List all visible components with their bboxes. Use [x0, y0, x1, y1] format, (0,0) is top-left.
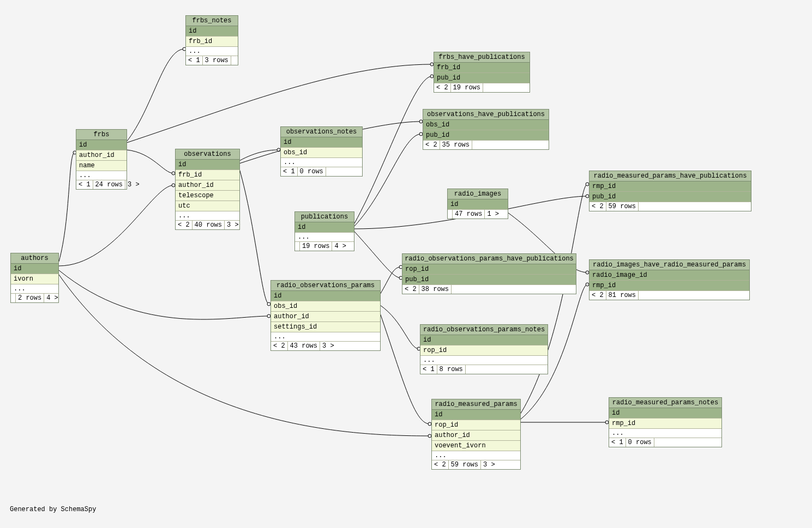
table-title: publications	[295, 212, 354, 222]
more-cols: ...	[432, 451, 520, 460]
table-rmp-notes[interactable]: radio_measured_params_notes id rmp_id ..…	[609, 397, 722, 447]
more-cols: ...	[186, 47, 238, 56]
col-frb-id: frb_id	[434, 63, 530, 73]
table-footer: < 2 35 rows	[423, 141, 549, 149]
table-observations-notes[interactable]: observations_notes id obs_id ... < 1 0 r…	[280, 126, 363, 177]
col-author-id: author_id	[271, 312, 380, 322]
col-id: id	[420, 335, 548, 345]
table-footer: 2 rows 4 >	[11, 294, 58, 302]
more-cols: ...	[176, 211, 239, 221]
table-title: observations_notes	[281, 127, 362, 137]
col-pub-id: pub_id	[434, 73, 530, 83]
more-cols: ...	[271, 332, 380, 342]
col-id: id	[609, 408, 721, 418]
table-radio-observations-params[interactable]: radio_observations_params id obs_id auth…	[270, 280, 381, 351]
col-voevent-ivorn: voevent_ivorn	[432, 441, 520, 451]
table-title: observations	[176, 149, 239, 160]
col-author-id: author_id	[432, 430, 520, 441]
col-obs-id: obs_id	[423, 120, 549, 130]
table-title: frbs_notes	[186, 16, 238, 26]
table-footer: < 2 59 rows 3 >	[432, 460, 520, 469]
col-id: id	[11, 264, 58, 274]
col-pub-id: pub_id	[590, 192, 751, 202]
table-footer: < 1 8 rows	[420, 365, 548, 374]
table-radio-measured-params[interactable]: radio_measured_params id rop_id author_i…	[431, 399, 521, 470]
table-publications[interactable]: publications id ... 19 rows 4 >	[294, 211, 354, 251]
col-frb-id: frb_id	[186, 37, 238, 47]
col-id: id	[432, 410, 520, 420]
table-footer: < 2 38 rows	[402, 285, 576, 294]
table-footer: < 1 3 rows	[186, 56, 238, 65]
table-title: observations_have_publications	[423, 110, 549, 120]
col-rmp-id: rmp_id	[590, 281, 749, 291]
table-footer: 47 rows 1 >	[448, 210, 508, 219]
col-ivorn: ivorn	[11, 274, 58, 284]
table-rop-have-publications[interactable]: radio_observations_params_have_publicati…	[402, 253, 576, 294]
col-id: id	[76, 140, 127, 150]
col-id: id	[448, 199, 508, 210]
col-obs-id: obs_id	[281, 148, 362, 158]
table-frbs-have-publications[interactable]: frbs_have_publications frb_id pub_id < 2…	[434, 52, 530, 93]
table-rmp-have-publications[interactable]: radio_measured_params_have_publications …	[589, 171, 751, 211]
more-cols: ...	[11, 284, 58, 294]
table-ri-have-rmp[interactable]: radio_images_have_radio_measured_params …	[589, 259, 750, 300]
table-title: frbs_have_publications	[434, 52, 530, 63]
col-id: id	[176, 160, 239, 170]
table-footer: < 2 81 rows	[590, 291, 749, 300]
generated-by-caption: Generated by SchemaSpy	[10, 506, 96, 513]
col-rmp-id: rmp_id	[609, 418, 721, 429]
col-radio-image-id: radio_image_id	[590, 270, 749, 281]
col-rop-id: rop_id	[420, 345, 548, 356]
table-footer: < 1 0 rows	[281, 167, 362, 176]
table-rop-notes[interactable]: radio_observations_params_notes id rop_i…	[420, 324, 548, 374]
table-observations-have-publications[interactable]: observations_have_publications obs_id pu…	[423, 109, 549, 150]
table-footer: < 2 43 rows 3 >	[271, 342, 380, 350]
table-title: radio_observations_params_have_publicati…	[402, 254, 576, 264]
col-id: id	[186, 26, 238, 37]
more-cols: ...	[295, 233, 354, 242]
table-footer: 19 rows 4 >	[295, 242, 354, 251]
col-frb-id: frb_id	[176, 170, 239, 180]
table-observations[interactable]: observations id frb_id author_id telesco…	[175, 149, 240, 230]
table-title: radio_images_have_radio_measured_params	[590, 260, 749, 270]
table-frbs[interactable]: frbs id author_id name ... < 1 24 rows 3…	[76, 129, 127, 190]
more-cols: ...	[420, 356, 548, 365]
table-footer: < 1 24 rows 3 >	[76, 180, 127, 189]
col-name: name	[76, 161, 127, 171]
table-title: frbs	[76, 130, 127, 140]
table-title: radio_measured_params_notes	[609, 398, 721, 408]
table-frbs-notes[interactable]: frbs_notes id frb_id ... < 1 3 rows	[185, 15, 238, 65]
col-rop-id: rop_id	[402, 264, 576, 275]
col-id: id	[271, 291, 380, 301]
table-title: authors	[11, 253, 58, 264]
more-cols: ...	[609, 429, 721, 438]
col-id: id	[281, 137, 362, 148]
col-id: id	[295, 222, 354, 233]
col-pub-id: pub_id	[402, 275, 576, 285]
more-cols: ...	[281, 158, 362, 167]
col-author-id: author_id	[176, 180, 239, 191]
table-title: radio_measured_params	[432, 399, 520, 410]
more-cols: ...	[76, 171, 127, 180]
diagram-canvas: authors id ivorn ... 2 rows 4 > frbs id …	[0, 0, 812, 528]
col-obs-id: obs_id	[271, 301, 380, 312]
col-rmp-id: rmp_id	[590, 181, 751, 192]
table-footer: < 2 19 rows	[434, 83, 530, 92]
table-footer: < 1 0 rows	[609, 438, 721, 447]
col-pub-id: pub_id	[423, 130, 549, 141]
col-author-id: author_id	[76, 150, 127, 161]
table-title: radio_observations_params	[271, 281, 380, 291]
table-authors[interactable]: authors id ivorn ... 2 rows 4 >	[10, 253, 59, 303]
table-title: radio_observations_params_notes	[420, 325, 548, 335]
col-settings-id: settings_id	[271, 322, 380, 332]
table-radio-images[interactable]: radio_images id 47 rows 1 >	[447, 189, 508, 219]
col-rop-id: rop_id	[432, 420, 520, 430]
table-title: radio_images	[448, 189, 508, 199]
col-utc: utc	[176, 201, 239, 211]
table-footer: < 2 59 rows	[590, 202, 751, 211]
table-title: radio_measured_params_have_publications	[590, 171, 751, 181]
table-footer: < 2 40 rows 3 >	[176, 221, 239, 229]
col-telescope: telescope	[176, 191, 239, 201]
